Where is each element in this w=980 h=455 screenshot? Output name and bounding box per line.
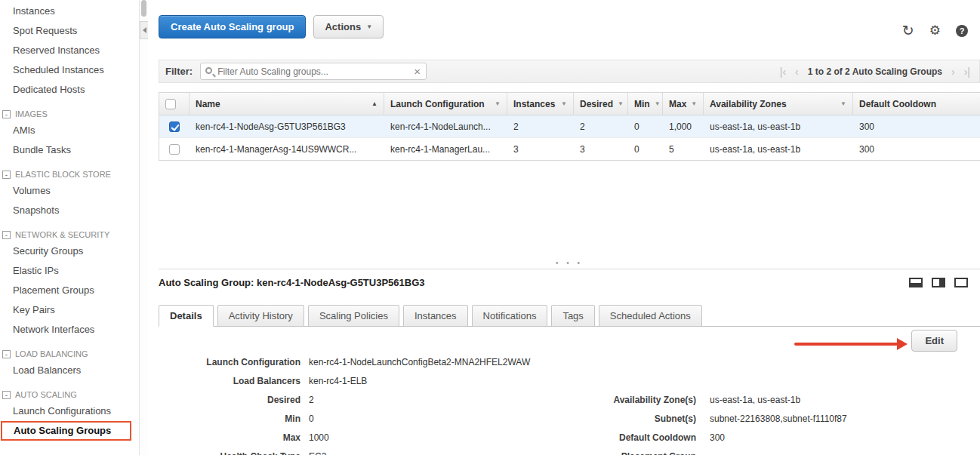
row-checkbox[interactable] (169, 121, 180, 132)
main-content: Create Auto Scaling group Actions ▼ ↻ ⚙ … (148, 0, 980, 455)
cell-min: 0 (628, 138, 663, 160)
sidebar-group-auto-scaling[interactable]: - AUTO SCALING (2, 390, 139, 399)
column-header-default-cooldown[interactable]: Default Cooldown (853, 93, 980, 115)
detail-tabs: Details Activity History Scaling Policie… (159, 305, 980, 327)
tab-tags[interactable]: Tags (551, 305, 594, 327)
sidebar-group-label: IMAGES (15, 109, 48, 118)
field-label: Subnet(s) (571, 413, 696, 424)
actions-button[interactable]: Actions ▼ (313, 15, 384, 38)
sidebar-group-label: NETWORK & SECURITY (15, 230, 109, 239)
collapse-minus-icon: - (2, 231, 11, 239)
table-row[interactable]: ken-rc4-1-ManagerAsg-14US9WWCR... ken-rc… (159, 138, 980, 160)
row-checkbox[interactable] (169, 144, 180, 155)
column-label: Launch Configuration (390, 99, 485, 109)
sidebar-item-scheduled-instances[interactable]: Scheduled Instances (0, 60, 139, 80)
collapse-minus-icon: - (2, 350, 11, 358)
sidebar-item-load-balancers[interactable]: Load Balancers (0, 361, 139, 380)
sidebar-item-placement-groups[interactable]: Placement Groups (0, 281, 139, 300)
sidebar-group-network-security[interactable]: - NETWORK & SECURITY (2, 230, 139, 239)
field-value: 0 (309, 413, 314, 424)
help-icon[interactable]: ? (956, 25, 968, 37)
sidebar-item-security-groups[interactable]: Security Groups (0, 241, 139, 261)
collapse-minus-icon: - (2, 391, 11, 399)
sidebar-item-amis[interactable]: AMIs (0, 121, 139, 140)
last-page-icon[interactable]: ›| (964, 66, 970, 78)
column-header-instances[interactable]: Instances ▼ (507, 93, 574, 115)
layout-right-pane-icon[interactable] (932, 278, 945, 287)
table-row[interactable]: ken-rc4-1-NodeAsg-G5TU3P561BG3 ken-rc4-1… (159, 115, 980, 138)
cell-launch-configuration: ken-rc4-1-NodeLaunch... (384, 115, 507, 137)
detail-fields: Launch Configuration ken-rc4-1-NodeLaunc… (159, 357, 980, 455)
clear-filter-icon[interactable]: × (414, 66, 421, 77)
sidebar-group-images[interactable]: - IMAGES (2, 109, 139, 118)
tab-notifications[interactable]: Notifications (472, 305, 548, 327)
refresh-icon[interactable]: ↻ (902, 24, 914, 38)
sort-caret-icon: ▼ (840, 100, 846, 107)
cell-desired: 2 (574, 115, 628, 137)
column-header-min[interactable]: Min ▼ (628, 93, 663, 115)
field-value: 1000 (309, 432, 329, 443)
collapse-minus-icon: - (2, 110, 11, 118)
column-label: Instances (513, 99, 555, 109)
sidebar-group-label: AUTO SCALING (15, 390, 77, 399)
sidebar-item-launch-configurations[interactable]: Launch Configurations (0, 401, 139, 421)
gear-icon[interactable]: ⚙ (929, 24, 941, 38)
sidebar-group-load-balancing[interactable]: - LOAD BALANCING (2, 349, 139, 358)
sidebar-item-dedicated-hosts[interactable]: Dedicated Hosts (0, 80, 139, 100)
filter-input[interactable] (217, 66, 409, 77)
tab-details[interactable]: Details (159, 305, 214, 327)
sidebar-item-snapshots[interactable]: Snapshots (0, 201, 139, 220)
column-header-max[interactable]: Max ▼ (663, 93, 704, 115)
column-label: Max (669, 99, 686, 109)
header-icons: ↻ ⚙ ? (902, 24, 968, 38)
sidebar-item-volumes[interactable]: Volumes (0, 181, 139, 201)
sidebar-item-auto-scaling-groups[interactable]: Auto Scaling Groups (1, 421, 131, 441)
cell-instances: 3 (507, 138, 574, 160)
tab-activity-history[interactable]: Activity History (217, 305, 304, 327)
sidebar-item-reserved-instances[interactable]: Reserved Instances (0, 41, 139, 60)
sidebar-scrollbar-thumb[interactable] (141, 0, 146, 17)
column-header-desired[interactable]: Desired ▼ (574, 93, 628, 115)
sidebar-group-label: LOAD BALANCING (15, 349, 88, 358)
next-page-icon[interactable]: › (951, 66, 955, 78)
detail-panel: Auto Scaling Group: ken-rc4-1-NodeAsg-G5… (159, 269, 980, 455)
sidebar-item-bundle-tasks[interactable]: Bundle Tasks (0, 140, 139, 160)
cell-name: ken-rc4-1-ManagerAsg-14US9WWCR... (190, 138, 384, 160)
field-value: subnet-22163808,subnet-f1110f87 (710, 413, 847, 424)
sidebar-item-elastic-ips[interactable]: Elastic IPs (0, 261, 139, 281)
select-all-checkbox[interactable] (165, 99, 176, 109)
layout-full-pane-icon[interactable] (954, 278, 968, 287)
sidebar-item-spot-requests[interactable]: Spot Requests (0, 21, 139, 41)
layout-bottom-pane-icon[interactable] (909, 278, 923, 287)
search-icon (205, 67, 212, 74)
column-header-availability-zones[interactable]: Availability Zones ▼ (704, 93, 853, 115)
edit-button[interactable]: Edit (911, 330, 957, 352)
cell-default-cooldown: 300 (853, 138, 980, 160)
cell-min: 0 (628, 115, 663, 137)
sidebar-item-key-pairs[interactable]: Key Pairs (0, 300, 139, 320)
collapse-left-icon (143, 27, 146, 33)
sidebar-item-network-interfaces[interactable]: Network Interfaces (0, 320, 139, 340)
tab-instances[interactable]: Instances (403, 305, 468, 327)
detail-panel-header: Auto Scaling Group: ken-rc4-1-NodeAsg-G5… (159, 277, 980, 288)
prev-page-icon[interactable]: ‹ (795, 66, 799, 78)
column-header-launch-configuration[interactable]: Launch Configuration ▼ (384, 93, 507, 115)
tab-scaling-policies[interactable]: Scaling Policies (308, 305, 399, 327)
field-value: ken-rc4-1-ELB (309, 376, 367, 386)
cell-name: ken-rc4-1-NodeAsg-G5TU3P561BG3 (190, 115, 384, 137)
sidebar: Instances Spot Requests Reserved Instanc… (0, 0, 139, 455)
column-label: Name (196, 99, 220, 109)
panel-splitter-handle[interactable]: • • • (159, 260, 980, 269)
tab-scheduled-actions[interactable]: Scheduled Actions (599, 305, 702, 327)
field-value: 300 (710, 432, 725, 443)
pagination-text: 1 to 2 of 2 Auto Scaling Groups (808, 66, 942, 77)
field-label: Max (159, 432, 300, 443)
first-page-icon[interactable]: |‹ (780, 66, 786, 78)
column-header-name[interactable]: Name ▲ (190, 93, 384, 115)
sidebar-group-elastic-block-store[interactable]: - ELASTIC BLOCK STORE (2, 170, 139, 179)
sidebar-item-instances[interactable]: Instances (0, 2, 139, 21)
filter-search-box: × (200, 63, 427, 80)
column-label: Default Cooldown (859, 99, 936, 109)
create-auto-scaling-group-button[interactable]: Create Auto Scaling group (159, 15, 306, 38)
sort-ascending-icon: ▲ (371, 100, 378, 107)
